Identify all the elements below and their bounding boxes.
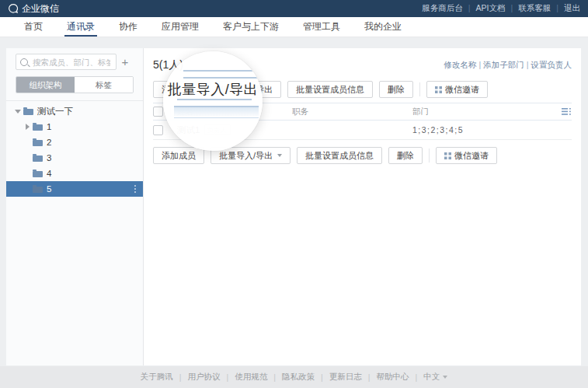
magnified-button-edge bbox=[183, 70, 258, 79]
footer-link-usage-rules[interactable]: 使用规范 bbox=[221, 372, 268, 383]
delete-button-bottom[interactable]: 删除 bbox=[388, 147, 423, 164]
delete-label: 删除 bbox=[397, 148, 414, 163]
footer-link-user-agreement[interactable]: 用户协议 bbox=[173, 372, 221, 383]
caret-down-icon[interactable] bbox=[15, 108, 21, 114]
contacts-sidebar: + 组织架构 标签 测试一下 1 2 bbox=[6, 48, 144, 365]
sidebar-segmented-tabs: 组织架构 标签 bbox=[16, 76, 134, 93]
select-all-checkbox[interactable] bbox=[153, 107, 163, 117]
tab-contacts[interactable]: 通讯录 bbox=[67, 17, 95, 37]
tab-customers[interactable]: 客户与上下游 bbox=[223, 17, 279, 37]
batch-set-info-button-bottom[interactable]: 批量设置成员信息 bbox=[297, 147, 382, 164]
magnified-text: 批量导入/导出 bbox=[163, 80, 263, 99]
folder-icon bbox=[33, 185, 43, 193]
qr-grid-icon bbox=[444, 152, 451, 159]
folder-icon bbox=[23, 107, 33, 115]
footer-link-privacy-policy[interactable]: 隐私政策 bbox=[267, 372, 315, 383]
add-member-button-bottom[interactable]: 添加成员 bbox=[153, 147, 204, 164]
folder-icon bbox=[33, 170, 43, 177]
tree-item-root[interactable]: 测试一下 bbox=[6, 103, 143, 119]
folder-icon bbox=[33, 154, 43, 162]
column-header-dept: 部门 bbox=[412, 107, 548, 117]
top-bar: 企业微信 服务商后台 API文档 联系客服 退出 bbox=[0, 0, 588, 17]
toolbar-divider bbox=[419, 82, 420, 96]
top-link-logout[interactable]: 退出 bbox=[551, 3, 580, 14]
app-logo[interactable]: 企业微信 bbox=[8, 2, 59, 16]
tree-item-label: 2 bbox=[47, 138, 51, 147]
search-input[interactable] bbox=[31, 57, 112, 68]
member-departments: 1;3;2;3;4;5 bbox=[412, 125, 548, 135]
wechat-invite-label: 微信邀请 bbox=[445, 82, 479, 97]
top-link-contact-support[interactable]: 联系客服 bbox=[506, 3, 551, 14]
tab-home[interactable]: 首页 bbox=[24, 17, 43, 37]
tree-item-label: 5 bbox=[47, 184, 51, 194]
footer-link-about-tencent[interactable]: 关于腾讯 bbox=[141, 372, 173, 383]
add-member-label: 添加成员 bbox=[162, 148, 196, 163]
caret-right-icon[interactable] bbox=[24, 124, 30, 130]
delete-button[interactable]: 删除 bbox=[379, 81, 413, 98]
batch-set-info-label: 批量设置成员信息 bbox=[296, 82, 364, 97]
folder-icon bbox=[33, 123, 43, 131]
tab-admin-tools[interactable]: 管理工具 bbox=[303, 17, 340, 37]
toolbar-divider bbox=[429, 149, 430, 163]
footer-language-label: 中文 bbox=[423, 372, 440, 383]
org-tree: 测试一下 1 2 3 4 5 bbox=[6, 103, 143, 197]
batch-set-info-button[interactable]: 批量设置成员信息 bbox=[287, 81, 373, 98]
folder-icon bbox=[33, 138, 43, 146]
chevron-down-icon bbox=[443, 376, 447, 379]
more-options-icon[interactable] bbox=[134, 188, 136, 190]
tree-item-1[interactable]: 1 bbox=[6, 119, 143, 135]
tree-item-label: 1 bbox=[47, 122, 51, 131]
department-actions: 修改名称 添加子部门 设置负责人 bbox=[444, 60, 572, 71]
sidebar-divider bbox=[6, 100, 143, 101]
wechat-work-bubble-icon bbox=[8, 3, 19, 14]
magnifier-overlay: 批量导入/导出 bbox=[163, 51, 263, 151]
rename-link[interactable]: 修改名称 bbox=[444, 60, 477, 71]
top-link-provider-console[interactable]: 服务商后台 bbox=[422, 3, 463, 14]
set-manager-link[interactable]: 设置负责人 bbox=[524, 60, 572, 71]
wechat-invite-label: 微信邀请 bbox=[454, 148, 489, 163]
wechat-invite-button[interactable]: 微信邀请 bbox=[426, 81, 488, 98]
magnified-table-header-band bbox=[174, 106, 259, 118]
brand-name: 企业微信 bbox=[22, 2, 59, 16]
tree-item-2[interactable]: 2 bbox=[6, 135, 143, 150]
chevron-down-icon bbox=[277, 154, 282, 157]
add-sub-department-link[interactable]: 添加子部门 bbox=[477, 60, 524, 71]
search-icon bbox=[20, 58, 28, 66]
batch-import-export-label: 批量导入/导出 bbox=[219, 148, 273, 163]
column-settings-icon bbox=[562, 108, 572, 115]
tab-collaboration[interactable]: 协作 bbox=[119, 17, 137, 37]
tree-item-3[interactable]: 3 bbox=[6, 150, 143, 166]
tab-app-management[interactable]: 应用管理 bbox=[162, 17, 199, 37]
top-link-api-docs[interactable]: API文档 bbox=[463, 3, 506, 14]
column-settings-button[interactable] bbox=[548, 108, 572, 115]
content-area: + 组织架构 标签 测试一下 1 2 bbox=[6, 48, 581, 365]
column-header-title: 职务 bbox=[292, 107, 412, 117]
tree-item-5-selected[interactable]: 5 bbox=[6, 181, 143, 197]
qr-grid-icon bbox=[435, 86, 442, 93]
tab-org-structure[interactable]: 组织架构 bbox=[16, 77, 75, 93]
footer-link-changelog[interactable]: 更新日志 bbox=[315, 372, 362, 383]
row-checkbox[interactable] bbox=[153, 125, 163, 135]
footer-link-help-center[interactable]: 帮助中心 bbox=[362, 372, 409, 383]
tab-labels[interactable]: 标签 bbox=[75, 77, 133, 93]
delete-label: 删除 bbox=[388, 82, 405, 97]
main-nav: 首页 通讯录 协作 应用管理 客户与上下游 管理工具 我的企业 bbox=[0, 17, 588, 37]
footer-language-selector[interactable]: 中文 bbox=[409, 372, 447, 383]
batch-set-info-label: 批量设置成员信息 bbox=[305, 148, 374, 163]
page-footer: 关于腾讯 用户协议 使用规范 隐私政策 更新日志 帮助中心 中文 bbox=[0, 366, 588, 388]
wechat-invite-button-bottom[interactable]: 微信邀请 bbox=[436, 147, 497, 164]
add-department-button[interactable]: + bbox=[117, 54, 134, 70]
tab-my-company[interactable]: 我的企业 bbox=[364, 17, 402, 37]
search-box bbox=[16, 54, 117, 70]
tree-item-4[interactable]: 4 bbox=[6, 166, 143, 181]
top-links: 服务商后台 API文档 联系客服 退出 bbox=[422, 3, 580, 14]
tree-item-label: 4 bbox=[47, 169, 51, 178]
tree-item-label: 测试一下 bbox=[37, 106, 73, 117]
magnified-border-line bbox=[177, 99, 252, 100]
tree-item-label: 3 bbox=[47, 153, 51, 163]
